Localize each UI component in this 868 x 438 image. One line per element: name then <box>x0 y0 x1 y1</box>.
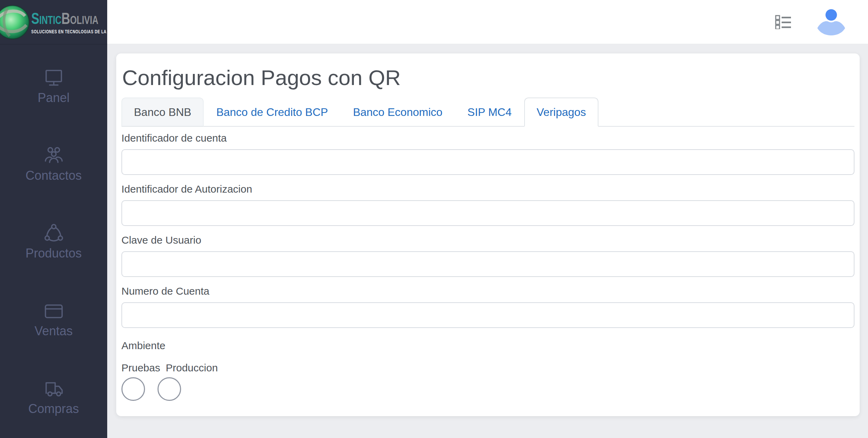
tab-banco-de-credito-bcp[interactable]: Banco de Credito BCP <box>204 98 340 127</box>
sidebar-item-contactos[interactable]: Contactos <box>0 145 107 222</box>
people-group-icon <box>43 145 65 167</box>
task-list-icon[interactable] <box>775 15 792 29</box>
network-nodes-icon <box>43 222 65 245</box>
tab-banco-economico[interactable]: Banco Economico <box>340 98 455 127</box>
main-area: Configuracion Pagos con QR Banco BNB Ban… <box>107 0 868 438</box>
bank-tabs: Banco BNB Banco de Credito BCP Banco Eco… <box>121 98 854 127</box>
sidebar-item-productos[interactable]: Productos <box>0 222 107 300</box>
clave-usuario-input[interactable] <box>121 251 854 277</box>
page-title: Configuracion Pagos con QR <box>122 65 854 90</box>
content-area: Configuracion Pagos con QR Banco BNB Ban… <box>107 44 868 438</box>
credit-card-icon <box>43 300 65 322</box>
config-card: Configuracion Pagos con QR Banco BNB Ban… <box>116 53 860 416</box>
brand-logo[interactable]: SinticBolivia SOLUCIONES EN TECNOLOGIAS … <box>0 0 107 44</box>
sidebar-item-panel[interactable]: Panel <box>0 67 107 145</box>
brand-text: SinticBolivia SOLUCIONES EN TECNOLOGIAS … <box>31 10 107 34</box>
delivery-truck-icon <box>43 378 65 400</box>
sidebar-item-label: Ventas <box>34 324 73 338</box>
identificador-autorizacion-label: Identificador de Autorizacion <box>121 183 854 195</box>
tab-veripagos[interactable]: Veripagos <box>524 98 598 127</box>
brand-tagline: SOLUCIONES EN TECNOLOGIAS DE LA INFORMAC… <box>31 29 107 34</box>
radio-pruebas[interactable] <box>121 377 145 401</box>
ambiente-option-labels: Pruebas Produccion <box>121 362 854 374</box>
sidebar-menu: Panel Contactos <box>0 44 107 438</box>
radio-produccion[interactable] <box>158 377 181 401</box>
form-group: Identificador de cuenta <box>121 132 854 175</box>
brand-name: SinticBolivia <box>31 9 98 27</box>
form-group: Clave de Usuario <box>121 234 854 277</box>
form-group: Identificador de Autorizacion <box>121 183 854 226</box>
green-sphere-gear-logo-icon <box>0 4 31 40</box>
bnb-config-form: Identificador de cuenta Identificador de… <box>121 132 854 401</box>
app-window: SinticBolivia SOLUCIONES EN TECNOLOGIAS … <box>0 0 868 438</box>
numero-cuenta-input[interactable] <box>121 302 854 328</box>
sidebar: SinticBolivia SOLUCIONES EN TECNOLOGIAS … <box>0 0 107 438</box>
tab-sip-mc4[interactable]: SIP MC4 <box>455 98 524 127</box>
monitor-icon <box>43 67 65 89</box>
tab-banco-bnb[interactable]: Banco BNB <box>121 98 204 127</box>
top-header-bar <box>107 0 868 44</box>
identificador-cuenta-label: Identificador de cuenta <box>121 132 854 144</box>
sidebar-item-label: Panel <box>37 91 69 105</box>
pruebas-label: Pruebas <box>121 362 160 374</box>
numero-cuenta-label: Numero de Cuenta <box>121 285 854 297</box>
ambiente-label: Ambiente <box>121 340 854 352</box>
sidebar-item-ventas[interactable]: Ventas <box>0 300 107 378</box>
sidebar-item-label: Compras <box>28 402 79 416</box>
clave-usuario-label: Clave de Usuario <box>121 234 854 246</box>
sidebar-item-label: Productos <box>25 246 82 261</box>
sidebar-item-compras[interactable]: Compras <box>0 378 107 438</box>
sidebar-item-label: Contactos <box>25 168 82 183</box>
produccion-label: Produccion <box>166 362 218 374</box>
identificador-autorizacion-input[interactable] <box>121 200 854 226</box>
ambiente-radio-row <box>121 377 854 401</box>
form-group: Numero de Cuenta <box>121 285 854 328</box>
identificador-cuenta-input[interactable] <box>121 149 854 175</box>
user-avatar-icon[interactable] <box>817 7 846 36</box>
